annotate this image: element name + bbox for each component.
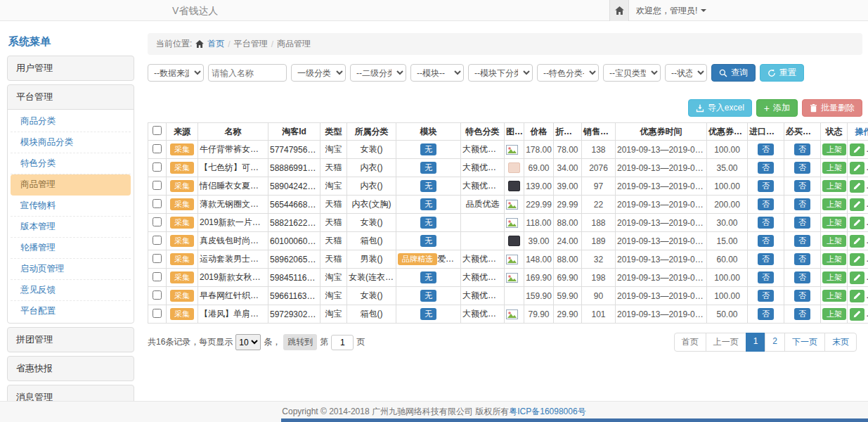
- must-buy-toggle-badge[interactable]: 否: [794, 217, 810, 229]
- row-checkbox[interactable]: [153, 144, 162, 153]
- status-select[interactable]: --状态--: [665, 64, 707, 82]
- import-toggle-badge[interactable]: 否: [758, 271, 774, 283]
- row-checkbox[interactable]: [153, 236, 162, 245]
- coupon-amount-cell: 100.00: [707, 287, 748, 305]
- module-subcategory-select[interactable]: --模块下分类--: [468, 64, 533, 82]
- name-cell: 牛仔背带裤女秋装减龄...: [198, 141, 268, 159]
- sidebar-item[interactable]: 启动页管理: [11, 259, 131, 280]
- module-badge: 无: [420, 235, 436, 247]
- edit-button[interactable]: [850, 143, 864, 156]
- per-page-select[interactable]: 10: [235, 334, 261, 350]
- module-select[interactable]: --模块--: [410, 64, 464, 82]
- home-button[interactable]: [609, 0, 629, 21]
- edit-button[interactable]: [850, 308, 864, 321]
- import-toggle-badge[interactable]: 否: [758, 143, 774, 155]
- edit-button[interactable]: [850, 198, 864, 211]
- sidebar-item[interactable]: 轮播管理: [11, 238, 131, 259]
- item-type-select[interactable]: --宝贝类型--: [603, 64, 661, 82]
- jump-button[interactable]: 跳转到: [283, 334, 317, 350]
- sidebar-item[interactable]: 特色分类: [11, 153, 131, 174]
- page-button[interactable]: 末页: [824, 333, 857, 352]
- reset-button[interactable]: 重置: [760, 64, 804, 82]
- add-button[interactable]: + 添加: [756, 99, 798, 117]
- must-buy-toggle-badge[interactable]: 否: [794, 198, 810, 210]
- sidebar-item[interactable]: 平台配置: [11, 301, 131, 321]
- sidebar-item[interactable]: 商品分类: [11, 111, 131, 132]
- import-toggle-badge[interactable]: 否: [758, 217, 774, 229]
- discount-price-cell: 88.00: [554, 214, 582, 232]
- must-buy-toggle-badge[interactable]: 否: [794, 143, 810, 155]
- page-button[interactable]: 首页: [674, 333, 706, 352]
- sidebar-section-label[interactable]: 平台管理: [8, 85, 134, 109]
- sidebar-item[interactable]: 商品管理: [11, 174, 131, 196]
- row-checkbox[interactable]: [153, 254, 162, 263]
- source-cell: 采集: [167, 232, 198, 250]
- edit-button[interactable]: [850, 180, 864, 193]
- page-button[interactable]: 下一页: [784, 333, 825, 352]
- import-toggle-badge[interactable]: 否: [758, 162, 774, 174]
- import-toggle-badge[interactable]: 否: [758, 198, 774, 210]
- must-buy-toggle-badge[interactable]: 否: [794, 253, 810, 265]
- import-toggle-badge[interactable]: 否: [758, 308, 774, 320]
- must-buy-toggle-badge[interactable]: 否: [794, 235, 810, 247]
- filter-controls: --数据来源--一级分类--二级分类----模块----模块下分类----特色分…: [148, 64, 707, 82]
- name-cell: 2019新款女秋薄款...: [198, 269, 268, 287]
- status-badge: 上架: [822, 253, 846, 265]
- import-excel-button[interactable]: 导入excel: [688, 99, 752, 117]
- sidebar-item[interactable]: 意见反馈: [11, 280, 131, 301]
- import-toggle-badge[interactable]: 否: [758, 253, 774, 265]
- source-cell: 采集: [167, 196, 198, 214]
- search-button[interactable]: 查询: [711, 64, 756, 82]
- sidebar-section-label[interactable]: 省惠快报: [8, 357, 134, 381]
- row-checkbox[interactable]: [153, 199, 162, 208]
- edit-button[interactable]: [850, 162, 864, 174]
- edit-button[interactable]: [850, 253, 864, 266]
- edit-button[interactable]: [850, 235, 864, 248]
- row-checkbox[interactable]: [153, 217, 162, 226]
- edit-button[interactable]: [850, 271, 864, 284]
- batch-delete-button[interactable]: 批量删除: [802, 99, 862, 117]
- must-buy-toggle-badge[interactable]: 否: [794, 180, 810, 192]
- edit-button[interactable]: [850, 290, 864, 302]
- sidebar-item[interactable]: 宣传物料: [11, 196, 131, 217]
- taoke-id-cell: 597293020870: [268, 305, 320, 324]
- caret-down-icon: [701, 9, 706, 12]
- coupon-time-cell: 2019-09-13—2019-09-17: [616, 269, 707, 287]
- page-button[interactable]: 上一页: [706, 333, 746, 352]
- must-buy-toggle-badge[interactable]: 否: [794, 290, 810, 302]
- column-header: 类型: [320, 123, 347, 141]
- row-checkbox[interactable]: [153, 290, 162, 300]
- data-source-select[interactable]: --数据来源--: [148, 64, 204, 82]
- import-toggle-badge[interactable]: 否: [758, 180, 774, 192]
- level2-category-select[interactable]: --二级分类--: [350, 64, 406, 82]
- import-toggle-badge[interactable]: 否: [758, 235, 774, 247]
- row-checkbox[interactable]: [153, 181, 162, 190]
- page-button[interactable]: 1: [746, 333, 766, 352]
- sidebar-item[interactable]: 版本管理: [11, 217, 131, 238]
- page-button[interactable]: 2: [765, 333, 785, 352]
- name-input[interactable]: [208, 64, 287, 82]
- row-checkbox[interactable]: [153, 162, 162, 172]
- must-buy-toggle-badge[interactable]: 否: [794, 308, 810, 320]
- taoke-id-cell: 588216228899: [268, 214, 320, 232]
- breadcrumb-home-link[interactable]: 首页: [207, 38, 224, 50]
- row-checkbox[interactable]: [153, 309, 162, 318]
- source-badge: 采集: [170, 198, 194, 210]
- sidebar-section-label[interactable]: 拼团管理: [8, 328, 134, 352]
- records-summary: 共16条记录，每页显示: [148, 336, 233, 348]
- sidebar-item[interactable]: 模块商品分类: [11, 132, 131, 153]
- jump-page-input[interactable]: [331, 335, 354, 350]
- feature-category-select[interactable]: --特色分类--: [537, 64, 599, 82]
- icon-cell: [505, 305, 524, 324]
- level1-category-select[interactable]: 一级分类: [291, 64, 346, 82]
- row-checkbox[interactable]: [153, 272, 162, 281]
- must-buy-toggle-badge[interactable]: 否: [794, 162, 810, 174]
- sidebar-section-label[interactable]: 用户管理: [8, 56, 134, 80]
- edit-button[interactable]: [850, 217, 864, 229]
- import-toggle-badge[interactable]: 否: [758, 290, 774, 302]
- must-buy-toggle-badge[interactable]: 否: [794, 271, 810, 283]
- icp-link[interactable]: 粤ICP备16098006号: [509, 407, 585, 416]
- user-menu[interactable]: 欢迎您，管理员!: [636, 0, 706, 21]
- select-all-checkbox[interactable]: [153, 126, 162, 135]
- table-row: 采集【七色纺】可爱纯棉家...588869917501天猫内衣()无大额优惠券6…: [148, 159, 868, 177]
